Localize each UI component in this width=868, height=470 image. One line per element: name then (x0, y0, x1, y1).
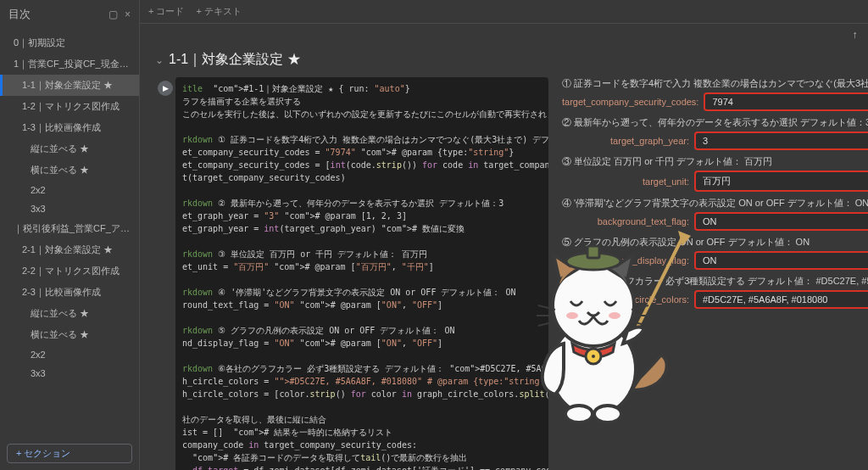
form-label: ① 証券コードを数字4桁で入力 複数企業の場合はカンマでつなぐ(最大3社まで) … (562, 77, 868, 90)
form-row: ③ 単位設定 百万円 or 千円 デフォルト値： 百万円target_unit:… (562, 155, 868, 192)
toc-item[interactable]: 横に並べる ★ (0, 324, 139, 345)
toc-item[interactable]: 0｜初期設定 (0, 32, 139, 53)
toc-item[interactable]: 横に並べる ★ (0, 159, 139, 181)
locate-icon[interactable]: ▢ (108, 8, 118, 20)
form-label: ⑤ グラフの凡例の表示設定 ON or OFF デフォルト値： ON (562, 236, 868, 249)
close-icon[interactable]: × (125, 8, 131, 20)
run-button[interactable]: ▶ (158, 81, 173, 96)
toc-list: 0｜初期設定1｜営業CF_投資CF_現金残高↑1-1｜対象企業設定 ★1-2｜マ… (0, 29, 139, 437)
params-form: ① 証券コードを数字4桁で入力 複数企業の場合はカンマでつなぐ(最大3社まで) … (555, 77, 868, 470)
param-name: target_graph_year: (562, 136, 689, 146)
form-label: ⑥ #各社のグラフカラー 必ず3種類設定する デフォルト値： #D5C27E, … (562, 275, 868, 288)
toc-item[interactable]: 1-3｜比較画像作成 (0, 117, 139, 138)
main-area: + コード + テキスト ✓ RAMディスク ━ ▾ ✦ Gemini ˇ ↑ … (140, 0, 868, 470)
form-label: ④ '停滞期'などグラフ背景文字の表示設定 ON or OFF デフォルト値： … (562, 197, 868, 210)
add-code-button[interactable]: + コード (148, 5, 184, 18)
param-select[interactable]: ON▾ (694, 212, 868, 231)
toc-item[interactable]: 2x2 (0, 345, 139, 364)
toc-item[interactable]: 2x2 (0, 181, 139, 199)
form-label: ② 最新年から遡って、何年分のデータを表示するか選択 デフォルト値：3 (562, 116, 868, 129)
code-cell: ▶ itle "com">#1-1｜対象企業設定 ★ { run: "auto"… (155, 77, 868, 470)
param-name: background_text_flag: (562, 216, 689, 227)
form-label: ③ 単位設定 百万円 or 千円 デフォルト値： 百万円 (562, 155, 868, 168)
param-name: legend_display_flag: (562, 255, 689, 266)
toc-item[interactable]: 1｜営業CF_投資CF_現金残高↑ (0, 53, 139, 75)
param-input[interactable]: #D5C27E, #5A6A8F, #018080 (694, 290, 868, 309)
param-name: target_unit: (562, 176, 689, 187)
toc-title: 目次 (8, 7, 31, 22)
param-select[interactable]: ON▾ (694, 251, 868, 270)
param-select[interactable]: 3▾ (694, 131, 868, 150)
form-row: ④ '停滞期'などグラフ背景文字の表示設定 ON or OFF デフォルト値： … (562, 197, 868, 231)
toolbar: + コード + テキスト ✓ RAMディスク ━ ▾ ✦ Gemini ˇ (140, 0, 868, 24)
add-text-button[interactable]: + テキスト (196, 5, 241, 18)
toc-item[interactable]: 2-1｜対象企業設定 ★ (0, 239, 139, 260)
toc-item[interactable]: 1-1｜対象企業設定 ★ (0, 75, 139, 96)
param-select[interactable]: 百万円▾ (694, 171, 868, 192)
param-input[interactable]: 7974 (704, 92, 868, 111)
collapse-icon[interactable]: ⌄ (155, 54, 164, 66)
param-name: target_company_security_codes: (562, 97, 698, 107)
toc-item[interactable]: 縦に並べる ★ (0, 138, 139, 159)
move-up-icon[interactable]: ↑ (853, 29, 858, 41)
toc-item[interactable]: 2-3｜比較画像作成 (0, 282, 139, 303)
toc-item[interactable]: 3x3 (0, 364, 139, 383)
sidebar-header: 目次 ▢ × (0, 0, 139, 29)
cell-toolbar: ↑ ↓ ⊂⊃ ✎ ⚙ ⎘ 🗑 ⋮ (140, 24, 868, 46)
toc-sidebar: 目次 ▢ × 0｜初期設定1｜営業CF_投資CF_現金残高↑1-1｜対象企業設定… (0, 0, 140, 470)
toc-item[interactable]: 1-2｜マトリクス図作成 (0, 96, 139, 117)
form-row: ① 証券コードを数字4桁で入力 複数企業の場合はカンマでつなぐ(最大3社まで) … (562, 77, 868, 111)
code-editor[interactable]: itle "com">#1-1｜対象企業設定 ★ { run: "auto"} … (175, 77, 548, 470)
form-row: ⑥ #各社のグラフカラー 必ず3種類設定する デフォルト値： #D5C27E, … (562, 275, 868, 309)
param-name: h_circle_colors: (562, 294, 689, 305)
add-section-button[interactable]: + セクション (7, 444, 132, 463)
form-row: ⑤ グラフの凡例の表示設定 ON or OFF デフォルト値： ONlegend… (562, 236, 868, 270)
toc-item[interactable]: 縦に並べる ★ (0, 303, 139, 324)
form-row: ② 最新年から遡って、何年分のデータを表示するか選択 デフォルト値：3targe… (562, 116, 868, 150)
notebook-content: ⌄ 1-1｜対象企業設定 ★ ▶ itle "com">#1-1｜対象企業設定 … (140, 46, 868, 470)
toc-item[interactable]: 2-2｜マトリクス図作成 (0, 260, 139, 282)
toc-item[interactable]: 3x3 (0, 199, 139, 218)
section-heading: ⌄ 1-1｜対象企業設定 ★ (148, 46, 868, 77)
toc-item[interactable]: ｜税引後利益_営業CF_アクルーアル↓ (0, 218, 139, 239)
